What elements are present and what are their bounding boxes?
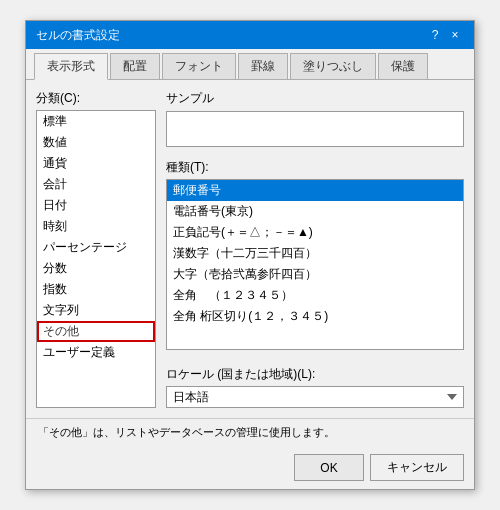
tab-border[interactable]: 罫線 bbox=[238, 53, 288, 79]
list-item-date[interactable]: 日付 bbox=[37, 195, 155, 216]
type-item-sign[interactable]: 正負記号(＋＝△；－＝▲) bbox=[167, 222, 463, 243]
list-item-accounting[interactable]: 会計 bbox=[37, 174, 155, 195]
list-item-custom[interactable]: ユーザー定義 bbox=[37, 342, 155, 363]
footer-note-text: 「その他」は、リストやデータベースの管理に使用します。 bbox=[38, 426, 335, 438]
dialog: セルの書式設定 ? × 表示形式 配置 フォント 罫線 塗りつぶし 保護 分類(… bbox=[25, 20, 475, 490]
list-item-currency[interactable]: 通貨 bbox=[37, 153, 155, 174]
list-item-time[interactable]: 時刻 bbox=[37, 216, 155, 237]
type-label: 種類(T): bbox=[166, 159, 464, 176]
list-item-percentage[interactable]: パーセンテージ bbox=[37, 237, 155, 258]
list-item-fraction[interactable]: 分数 bbox=[37, 258, 155, 279]
type-list[interactable]: 郵便番号 電話番号(東京) 正負記号(＋＝△；－＝▲) 漢数字（十二万三千四百）… bbox=[166, 179, 464, 350]
type-item-kanji-number[interactable]: 漢数字（十二万三千四百） bbox=[167, 243, 463, 264]
footer-note: 「その他」は、リストやデータベースの管理に使用します。 bbox=[26, 418, 474, 446]
category-label: 分類(C): bbox=[36, 90, 156, 107]
list-item-standard[interactable]: 標準 bbox=[37, 111, 155, 132]
tab-bar: 表示形式 配置 フォント 罫線 塗りつぶし 保護 bbox=[26, 49, 474, 80]
tab-fill[interactable]: 塗りつぶし bbox=[290, 53, 376, 79]
tab-protection[interactable]: 保護 bbox=[378, 53, 428, 79]
tab-font[interactable]: フォント bbox=[162, 53, 236, 79]
sample-section: サンプル bbox=[166, 90, 464, 147]
type-item-phone-tokyo[interactable]: 電話番号(東京) bbox=[167, 201, 463, 222]
tab-alignment[interactable]: 配置 bbox=[110, 53, 160, 79]
right-panel: サンプル 種類(T): 郵便番号 電話番号(東京) 正負記号(＋＝△；－＝▲) … bbox=[166, 90, 464, 408]
locale-section: ロケール (国または地域)(L): 日本語 bbox=[166, 366, 464, 408]
title-bar-buttons: ? × bbox=[426, 26, 464, 44]
locale-select[interactable]: 日本語 bbox=[166, 386, 464, 408]
list-item-scientific[interactable]: 指数 bbox=[37, 279, 155, 300]
type-item-fullwidth[interactable]: 全角 （１２３４５） bbox=[167, 285, 463, 306]
locale-label: ロケール (国または地域)(L): bbox=[166, 366, 464, 383]
close-button[interactable]: × bbox=[446, 26, 464, 44]
help-button[interactable]: ? bbox=[426, 26, 444, 44]
category-list[interactable]: 標準 数値 通貨 会計 日付 時刻 パーセンテージ 分数 指数 文字列 その他 … bbox=[36, 110, 156, 408]
left-panel: 分類(C): 標準 数値 通貨 会計 日付 時刻 パーセンテージ 分数 指数 文… bbox=[36, 90, 156, 408]
tab-display-format[interactable]: 表示形式 bbox=[34, 53, 108, 80]
title-bar: セルの書式設定 ? × bbox=[26, 21, 474, 49]
type-item-postal[interactable]: 郵便番号 bbox=[167, 180, 463, 201]
main-content: 分類(C): 標準 数値 通貨 会計 日付 時刻 パーセンテージ 分数 指数 文… bbox=[26, 80, 474, 418]
button-row: OK キャンセル bbox=[26, 446, 474, 489]
list-item-text[interactable]: 文字列 bbox=[37, 300, 155, 321]
sample-label: サンプル bbox=[166, 90, 464, 107]
ok-button[interactable]: OK bbox=[294, 454, 364, 481]
dialog-title: セルの書式設定 bbox=[36, 27, 120, 44]
cancel-button[interactable]: キャンセル bbox=[370, 454, 464, 481]
sample-box bbox=[166, 111, 464, 147]
list-item-other[interactable]: その他 bbox=[37, 321, 155, 342]
type-section: 種類(T): 郵便番号 電話番号(東京) 正負記号(＋＝△；－＝▲) 漢数字（十… bbox=[166, 159, 464, 350]
list-item-number[interactable]: 数値 bbox=[37, 132, 155, 153]
type-item-fullwidth-comma[interactable]: 全角 桁区切り(１２，３４５) bbox=[167, 306, 463, 327]
type-item-formal-number[interactable]: 大字（壱拾弐萬参阡四百） bbox=[167, 264, 463, 285]
